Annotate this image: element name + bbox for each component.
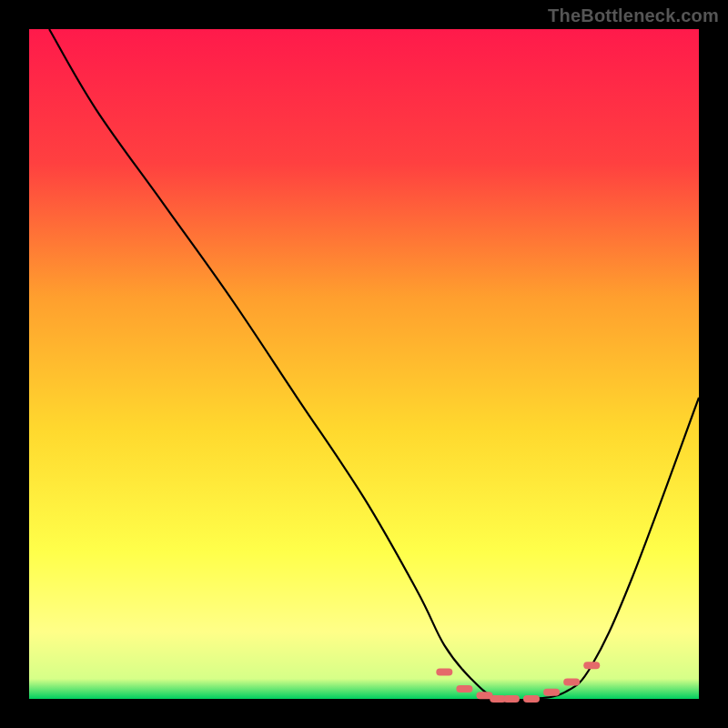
chart-svg [0, 0, 728, 728]
marker-flat-region-markers [456, 685, 472, 693]
marker-flat-region-markers [563, 679, 580, 686]
marker-flat-region-markers [583, 662, 600, 669]
marker-flat-region-markers [436, 669, 452, 676]
marker-flat-region-markers [503, 695, 520, 703]
chart-container: TheBottleneck.com [0, 0, 728, 728]
marker-flat-region-markers [543, 689, 560, 696]
marker-flat-region-markers [523, 695, 540, 703]
plot-background [29, 29, 699, 699]
watermark-text: TheBottleneck.com [548, 5, 719, 26]
